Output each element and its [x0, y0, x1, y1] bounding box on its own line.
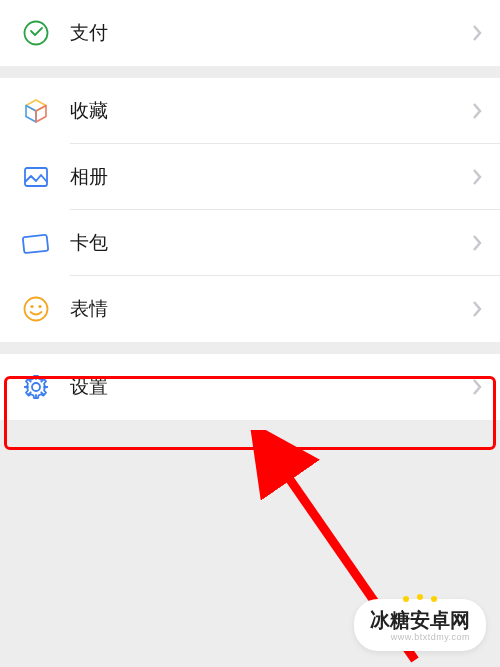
- group-pay: 支付: [0, 0, 500, 66]
- svg-line-7: [275, 458, 415, 660]
- svg-point-5: [38, 305, 41, 308]
- row-cards[interactable]: 卡包: [0, 210, 500, 276]
- group-content: 收藏 相册 卡包: [0, 78, 500, 342]
- row-label: 卡包: [70, 230, 472, 256]
- favorites-icon: [20, 95, 52, 127]
- chevron-right-icon: [472, 168, 482, 186]
- svg-rect-2: [23, 235, 49, 253]
- chevron-right-icon: [472, 24, 482, 42]
- pay-icon: [20, 17, 52, 49]
- watermark: 冰糖安卓网 www.btxtdmy.com: [354, 599, 486, 651]
- svg-point-3: [25, 298, 48, 321]
- chevron-right-icon: [472, 102, 482, 120]
- chevron-right-icon: [472, 378, 482, 396]
- annotation-arrow: [245, 430, 445, 667]
- svg-point-4: [30, 305, 33, 308]
- watermark-text: 冰糖安卓网: [370, 609, 470, 631]
- svg-point-6: [32, 383, 40, 391]
- row-label: 收藏: [70, 98, 472, 124]
- row-pay[interactable]: 支付: [0, 0, 500, 66]
- row-label: 支付: [70, 20, 472, 46]
- row-settings[interactable]: 设置: [0, 354, 500, 420]
- row-emoticon[interactable]: 表情: [0, 276, 500, 342]
- settings-icon: [20, 371, 52, 403]
- group-settings: 设置: [0, 354, 500, 420]
- chevron-right-icon: [472, 234, 482, 252]
- row-label: 相册: [70, 164, 472, 190]
- chevron-right-icon: [472, 300, 482, 318]
- row-label: 表情: [70, 296, 472, 322]
- album-icon: [20, 161, 52, 193]
- row-favorites[interactable]: 收藏: [0, 78, 500, 144]
- emoticon-icon: [20, 293, 52, 325]
- watermark-url: www.btxtdmy.com: [391, 633, 470, 643]
- cards-icon: [20, 227, 52, 259]
- row-album[interactable]: 相册: [0, 144, 500, 210]
- row-label: 设置: [70, 374, 472, 400]
